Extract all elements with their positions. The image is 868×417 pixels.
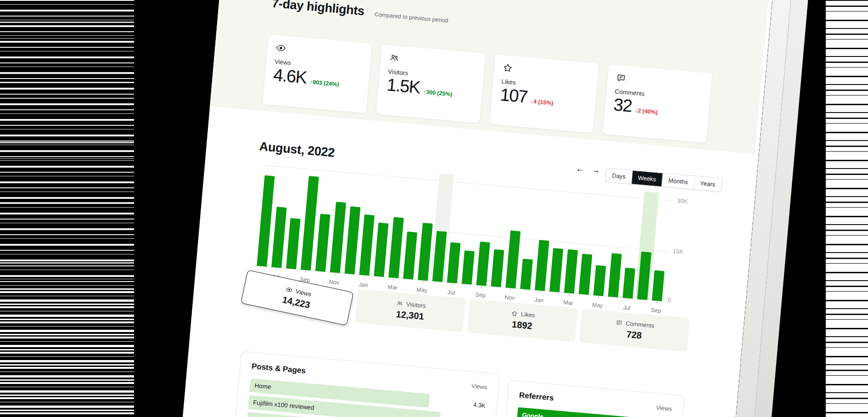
- metric-tab-label: Visitors: [406, 300, 426, 309]
- referrers-views-column-header: Views: [656, 404, 672, 412]
- tab-days[interactable]: Days: [605, 169, 633, 184]
- x-axis-tick: [598, 296, 599, 299]
- x-axis-label: Mar: [559, 299, 577, 307]
- x-axis-label: Jul: [442, 288, 460, 296]
- metric-tab-comments[interactable]: Comments 728: [579, 309, 690, 352]
- screenshot-stage: 7-day highlights Compared to previous pe…: [0, 0, 868, 417]
- x-axis-tick: [452, 283, 452, 286]
- left-noise-band: [0, 0, 160, 417]
- highlight-card-comments: Comments 32↓2 (40%): [603, 64, 712, 143]
- x-axis-tick: [335, 273, 335, 276]
- x-axis-label: Nov: [325, 278, 343, 286]
- star-icon: [502, 62, 590, 80]
- posts-views-column-header: Views: [471, 383, 487, 391]
- metric-tab-value: 1892: [511, 319, 532, 331]
- stats-page: 7-day highlights Compared to previous pe…: [177, 0, 773, 417]
- right-noise-band: [826, 0, 868, 417]
- next-period-arrow-icon[interactable]: →: [591, 165, 600, 176]
- card-value: 1.5K: [386, 75, 421, 97]
- x-axis-tick: [627, 299, 628, 301]
- x-axis-tick: [657, 301, 657, 304]
- post-views-value: 4.3K: [473, 401, 486, 409]
- y-axis-label-30k: 30K: [677, 197, 688, 205]
- y-axis-label-0: 0: [667, 296, 672, 304]
- x-axis-label: May: [413, 286, 431, 294]
- tab-years[interactable]: Years: [694, 176, 722, 192]
- x-axis-tick: [481, 286, 482, 288]
- metric-tab-label: Comments: [625, 320, 655, 329]
- period-tab-group: Days Weeks Months Years: [605, 168, 722, 192]
- referrers-card: Referrers Views Google 6.2K: [498, 380, 684, 417]
- metric-tab-value: 12,301: [396, 309, 425, 321]
- post-title: Home: [254, 382, 271, 390]
- x-axis-tick: [305, 270, 306, 273]
- y-axis-label-15k: 15K: [672, 248, 683, 255]
- comment-icon: [616, 73, 703, 90]
- tab-weeks[interactable]: Weeks: [632, 170, 663, 186]
- x-axis-label: Nov: [500, 293, 519, 301]
- x-axis-label: Jul: [617, 304, 636, 312]
- x-axis-tick: [569, 293, 569, 296]
- metric-tab-label: Likes: [521, 310, 536, 319]
- x-axis-label: Mar: [383, 283, 402, 291]
- chart-nav-arrows: ← →: [576, 163, 601, 176]
- x-axis-label: Jan: [354, 281, 373, 289]
- chevron-up-icon[interactable]: [554, 415, 561, 417]
- card-delta: ↑300 (25%): [423, 89, 453, 98]
- x-axis-tick: [539, 291, 540, 293]
- comment-icon: [616, 319, 623, 326]
- people-icon: [396, 299, 403, 307]
- highlight-card-views: Views 4.6K↑903 (24%): [263, 34, 372, 113]
- card-delta: ↑903 (24%): [309, 79, 339, 88]
- tab-months[interactable]: Months: [662, 173, 695, 189]
- posts-pages-title: Posts & Pages: [251, 362, 306, 376]
- highlight-card-likes: Likes 107↓4 (15%): [489, 54, 599, 133]
- chart-period-heading: August, 2022: [259, 140, 336, 160]
- eye-icon: [275, 43, 363, 60]
- card-value: 107: [499, 85, 528, 107]
- x-axis-tick: [510, 288, 511, 291]
- card-delta: ↓2 (40%): [635, 107, 658, 115]
- x-axis-tick: [364, 276, 364, 278]
- x-axis-tick: [422, 281, 423, 283]
- star-icon: [511, 310, 518, 317]
- eye-icon: [285, 285, 293, 293]
- x-axis-tick: [393, 278, 394, 281]
- people-icon: [389, 52, 476, 70]
- card-delta: ↓4 (15%): [530, 98, 554, 107]
- card-value: 4.6K: [273, 65, 308, 87]
- posts-pages-card: Posts & Pages Views Home 4.3K Fujifilm x…: [230, 351, 500, 417]
- referrers-title: Referrers: [519, 391, 554, 403]
- highlight-card-visitors: Visitors 1.5K↑300 (25%): [376, 45, 485, 123]
- prev-period-arrow-icon[interactable]: ←: [576, 163, 585, 175]
- x-axis-label: May: [588, 301, 607, 309]
- x-axis-label: Jan: [530, 296, 549, 304]
- x-axis-tick: [276, 268, 277, 270]
- metric-tab-value: 728: [626, 329, 642, 341]
- x-axis-label: Sep: [471, 291, 490, 299]
- x-axis-label: Sep: [647, 306, 666, 314]
- card-value: 32: [613, 95, 633, 115]
- metric-tab-label: Views: [295, 287, 312, 298]
